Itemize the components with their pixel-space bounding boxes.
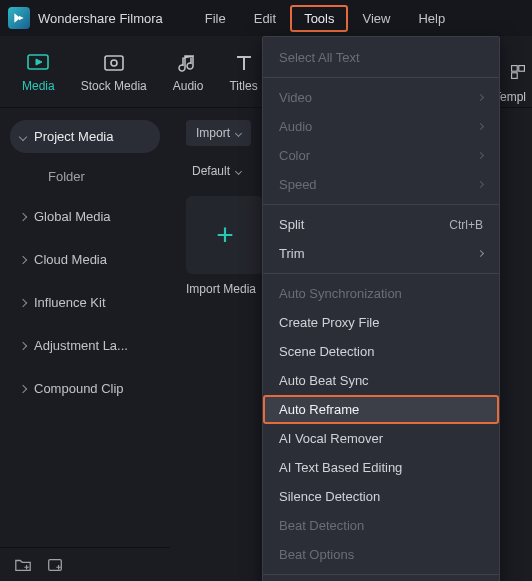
dd-ai-text-editing[interactable]: AI Text Based Editing	[263, 453, 499, 482]
dd-video: Video	[263, 83, 499, 112]
dd-ai-vocal-remover[interactable]: AI Vocal Remover	[263, 424, 499, 453]
dd-audio: Audio	[263, 112, 499, 141]
dd-trim[interactable]: Trim	[263, 239, 499, 268]
sidebar-item-influence-kit[interactable]: Influence Kit	[10, 286, 160, 319]
tab-titles-label: Titles	[229, 79, 257, 93]
menu-separator	[263, 204, 499, 205]
svg-rect-5	[519, 66, 525, 72]
submenu-arrow-icon	[477, 152, 484, 159]
sort-dropdown-label: Default	[192, 164, 230, 178]
svg-rect-6	[512, 73, 518, 79]
chevron-right-icon	[19, 212, 27, 220]
menu-file[interactable]: File	[191, 5, 240, 32]
bottom-bar	[0, 547, 170, 581]
svg-point-3	[111, 60, 117, 66]
dd-split[interactable]: Split Ctrl+B	[263, 210, 499, 239]
dd-auto-beat-sync[interactable]: Auto Beat Sync	[263, 366, 499, 395]
dd-beat-options: Beat Options	[263, 540, 499, 569]
svg-rect-2	[105, 56, 123, 70]
tab-media-label: Media	[22, 79, 55, 93]
filmora-logo-icon	[12, 11, 26, 25]
dd-speed: Speed	[263, 170, 499, 199]
dd-scene-detection[interactable]: Scene Detection	[263, 337, 499, 366]
tab-templates-icon-edge	[510, 64, 526, 84]
tab-audio-label: Audio	[173, 79, 204, 93]
chevron-right-icon	[19, 341, 27, 349]
import-media-box[interactable]: +	[186, 196, 264, 274]
plus-icon: +	[216, 218, 234, 252]
title-bar: Wondershare Filmora File Edit Tools View…	[0, 0, 532, 36]
tab-stock-media-label: Stock Media	[81, 79, 147, 93]
tab-audio[interactable]: Audio	[169, 47, 208, 97]
sidebar-item-label: Project Media	[34, 129, 113, 144]
sidebar-item-label: Cloud Media	[34, 252, 107, 267]
dd-select-all-text: Select All Text	[263, 43, 499, 72]
new-folder-icon[interactable]	[14, 556, 32, 574]
chevron-down-icon	[235, 167, 242, 174]
dd-beat-detection: Beat Detection	[263, 511, 499, 540]
media-icon	[24, 51, 52, 75]
svg-marker-1	[36, 59, 42, 65]
sidebar-item-project-media[interactable]: Project Media	[10, 120, 160, 153]
tab-titles[interactable]: Titles	[225, 47, 261, 97]
sidebar-item-label: Global Media	[34, 209, 111, 224]
chevron-down-icon	[19, 132, 27, 140]
new-bin-icon[interactable]	[46, 556, 64, 574]
menu-edit[interactable]: Edit	[240, 5, 290, 32]
sidebar-subitem-folder[interactable]: Folder	[10, 163, 160, 190]
dd-create-proxy[interactable]: Create Proxy File	[263, 308, 499, 337]
dd-auto-sync: Auto Synchronization	[263, 279, 499, 308]
stock-media-icon	[100, 51, 128, 75]
submenu-arrow-icon	[477, 123, 484, 130]
audio-icon	[174, 51, 202, 75]
svg-rect-7	[49, 559, 62, 570]
sidebar-item-global-media[interactable]: Global Media	[10, 200, 160, 233]
menu-help[interactable]: Help	[404, 5, 459, 32]
import-dropdown-label: Import	[196, 126, 230, 140]
menu-separator	[263, 77, 499, 78]
menu-bar: File Edit Tools View Help	[191, 5, 459, 32]
sidebar-item-compound-clip[interactable]: Compound Clip	[10, 372, 160, 405]
tab-media[interactable]: Media	[18, 47, 59, 97]
chevron-down-icon	[235, 129, 242, 136]
svg-rect-4	[512, 66, 518, 72]
sidebar-item-cloud-media[interactable]: Cloud Media	[10, 243, 160, 276]
dd-silence-detection[interactable]: Silence Detection	[263, 482, 499, 511]
import-dropdown[interactable]: Import	[186, 120, 251, 146]
dd-color: Color	[263, 141, 499, 170]
tab-stock-media[interactable]: Stock Media	[77, 47, 151, 97]
submenu-arrow-icon	[477, 250, 484, 257]
sidebar: Project Media Folder Global Media Cloud …	[0, 108, 170, 581]
app-title: Wondershare Filmora	[38, 11, 163, 26]
titles-icon	[230, 51, 258, 75]
sort-dropdown[interactable]: Default	[186, 160, 247, 182]
app-logo	[8, 7, 30, 29]
chevron-right-icon	[19, 255, 27, 263]
shortcut-label: Ctrl+B	[449, 218, 483, 232]
sidebar-item-adjustment-layer[interactable]: Adjustment La...	[10, 329, 160, 362]
menu-separator	[263, 273, 499, 274]
chevron-right-icon	[19, 384, 27, 392]
chevron-right-icon	[19, 298, 27, 306]
submenu-arrow-icon	[477, 181, 484, 188]
sidebar-item-label: Influence Kit	[34, 295, 106, 310]
menu-view[interactable]: View	[348, 5, 404, 32]
sidebar-item-label: Compound Clip	[34, 381, 124, 396]
tools-dropdown-menu: Select All Text Video Audio Color Speed …	[262, 36, 500, 581]
menu-tools[interactable]: Tools	[290, 5, 348, 32]
menu-separator	[263, 574, 499, 575]
sidebar-item-label: Adjustment La...	[34, 338, 128, 353]
dd-auto-reframe[interactable]: Auto Reframe	[263, 395, 499, 424]
submenu-arrow-icon	[477, 94, 484, 101]
